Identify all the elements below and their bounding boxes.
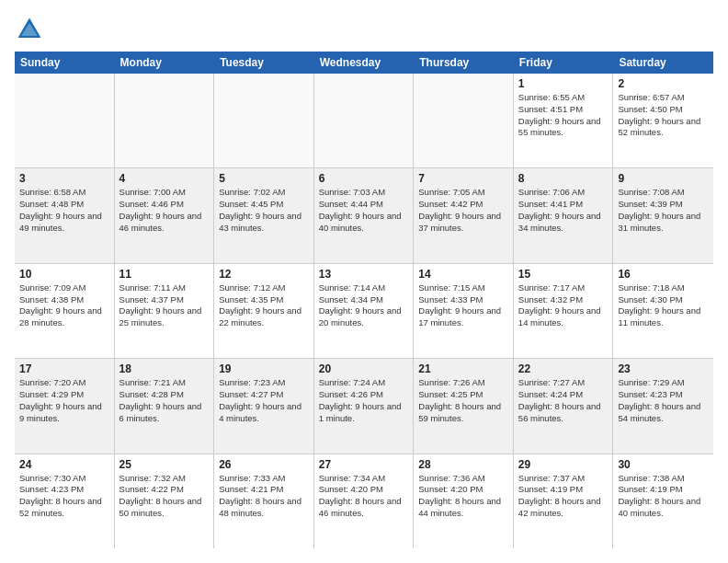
day-info: Sunrise: 7:24 AM Sunset: 4:26 PM Dayligh…: [319, 377, 409, 424]
day-info: Sunrise: 7:26 AM Sunset: 4:25 PM Dayligh…: [418, 377, 508, 424]
header-day-saturday: Saturday: [613, 52, 713, 74]
cal-cell-11: 11Sunrise: 7:11 AM Sunset: 4:37 PM Dayli…: [115, 264, 215, 358]
day-number: 5: [219, 172, 309, 185]
day-number: 17: [19, 362, 109, 375]
cal-cell-9: 9Sunrise: 7:08 AM Sunset: 4:39 PM Daylig…: [613, 168, 713, 262]
header-day-friday: Friday: [514, 52, 614, 74]
day-number: 15: [518, 268, 609, 281]
day-number: 21: [418, 362, 508, 375]
header-day-monday: Monday: [115, 52, 215, 74]
day-number: 27: [319, 458, 409, 471]
day-number: 12: [219, 268, 309, 281]
cal-cell-21: 21Sunrise: 7:26 AM Sunset: 4:25 PM Dayli…: [414, 359, 514, 453]
day-info: Sunrise: 7:15 AM Sunset: 4:33 PM Dayligh…: [418, 282, 508, 329]
header-day-wednesday: Wednesday: [314, 52, 415, 74]
day-info: Sunrise: 7:38 AM Sunset: 4:19 PM Dayligh…: [618, 473, 709, 520]
cal-cell-14: 14Sunrise: 7:15 AM Sunset: 4:33 PM Dayli…: [414, 264, 514, 358]
day-info: Sunrise: 7:27 AM Sunset: 4:24 PM Dayligh…: [518, 377, 609, 424]
cal-cell-22: 22Sunrise: 7:27 AM Sunset: 4:24 PM Dayli…: [514, 359, 614, 453]
cal-cell-empty-0: [15, 74, 115, 167]
cal-cell-27: 27Sunrise: 7:34 AM Sunset: 4:20 PM Dayli…: [314, 454, 415, 548]
cal-cell-1: 1Sunrise: 6:55 AM Sunset: 4:51 PM Daylig…: [514, 74, 614, 167]
day-number: 3: [19, 172, 109, 185]
page-header: [15, 15, 713, 44]
cal-cell-empty-4: [414, 74, 514, 167]
day-info: Sunrise: 7:02 AM Sunset: 4:45 PM Dayligh…: [219, 187, 309, 234]
cal-cell-16: 16Sunrise: 7:18 AM Sunset: 4:30 PM Dayli…: [613, 264, 713, 358]
day-number: 26: [219, 458, 309, 471]
day-number: 14: [418, 268, 508, 281]
day-info: Sunrise: 7:08 AM Sunset: 4:39 PM Dayligh…: [618, 187, 709, 234]
day-info: Sunrise: 7:32 AM Sunset: 4:22 PM Dayligh…: [119, 473, 210, 520]
day-info: Sunrise: 7:03 AM Sunset: 4:44 PM Dayligh…: [319, 187, 409, 234]
day-info: Sunrise: 7:09 AM Sunset: 4:38 PM Dayligh…: [19, 282, 109, 329]
cal-cell-3: 3Sunrise: 6:58 AM Sunset: 4:48 PM Daylig…: [15, 168, 115, 262]
day-number: 11: [119, 268, 210, 281]
cal-cell-20: 20Sunrise: 7:24 AM Sunset: 4:26 PM Dayli…: [314, 359, 415, 453]
week-row-5: 24Sunrise: 7:30 AM Sunset: 4:23 PM Dayli…: [15, 454, 713, 548]
day-info: Sunrise: 7:06 AM Sunset: 4:41 PM Dayligh…: [518, 187, 609, 234]
day-number: 16: [618, 268, 709, 281]
week-row-3: 10Sunrise: 7:09 AM Sunset: 4:38 PM Dayli…: [15, 264, 713, 359]
day-info: Sunrise: 7:34 AM Sunset: 4:20 PM Dayligh…: [319, 473, 409, 520]
cal-cell-empty-1: [115, 74, 215, 167]
day-info: Sunrise: 7:14 AM Sunset: 4:34 PM Dayligh…: [319, 282, 409, 329]
day-info: Sunrise: 7:18 AM Sunset: 4:30 PM Dayligh…: [618, 282, 709, 329]
day-number: 4: [119, 172, 210, 185]
calendar-header: SundayMondayTuesdayWednesdayThursdayFrid…: [15, 52, 713, 74]
day-info: Sunrise: 7:20 AM Sunset: 4:29 PM Dayligh…: [19, 377, 109, 424]
day-number: 7: [418, 172, 508, 185]
header-day-tuesday: Tuesday: [214, 52, 314, 74]
day-info: Sunrise: 7:23 AM Sunset: 4:27 PM Dayligh…: [219, 377, 309, 424]
cal-cell-5: 5Sunrise: 7:02 AM Sunset: 4:45 PM Daylig…: [214, 168, 314, 262]
day-number: 2: [618, 77, 709, 90]
cal-cell-13: 13Sunrise: 7:14 AM Sunset: 4:34 PM Dayli…: [314, 264, 415, 358]
day-info: Sunrise: 7:12 AM Sunset: 4:35 PM Dayligh…: [219, 282, 309, 329]
cal-cell-4: 4Sunrise: 7:00 AM Sunset: 4:46 PM Daylig…: [115, 168, 215, 262]
cal-cell-6: 6Sunrise: 7:03 AM Sunset: 4:44 PM Daylig…: [314, 168, 415, 262]
day-number: 29: [518, 458, 609, 471]
cal-cell-30: 30Sunrise: 7:38 AM Sunset: 4:19 PM Dayli…: [613, 454, 713, 548]
header-day-thursday: Thursday: [414, 52, 514, 74]
day-number: 1: [518, 77, 609, 90]
cal-cell-7: 7Sunrise: 7:05 AM Sunset: 4:42 PM Daylig…: [414, 168, 514, 262]
day-number: 6: [319, 172, 409, 185]
day-info: Sunrise: 7:33 AM Sunset: 4:21 PM Dayligh…: [219, 473, 309, 520]
cal-cell-2: 2Sunrise: 6:57 AM Sunset: 4:50 PM Daylig…: [613, 74, 713, 167]
logo-icon: [15, 15, 44, 44]
day-number: 8: [518, 172, 609, 185]
day-info: Sunrise: 7:05 AM Sunset: 4:42 PM Dayligh…: [418, 187, 508, 234]
day-number: 25: [119, 458, 210, 471]
day-info: Sunrise: 7:36 AM Sunset: 4:20 PM Dayligh…: [418, 473, 508, 520]
cal-cell-18: 18Sunrise: 7:21 AM Sunset: 4:28 PM Dayli…: [115, 359, 215, 453]
calendar: SundayMondayTuesdayWednesdayThursdayFrid…: [15, 52, 713, 548]
day-info: Sunrise: 7:29 AM Sunset: 4:23 PM Dayligh…: [618, 377, 709, 424]
cal-cell-empty-3: [314, 74, 415, 167]
day-number: 23: [618, 362, 709, 375]
day-info: Sunrise: 7:21 AM Sunset: 4:28 PM Dayligh…: [119, 377, 210, 424]
day-number: 19: [219, 362, 309, 375]
cal-cell-15: 15Sunrise: 7:17 AM Sunset: 4:32 PM Dayli…: [514, 264, 614, 358]
cal-cell-24: 24Sunrise: 7:30 AM Sunset: 4:23 PM Dayli…: [15, 454, 115, 548]
cal-cell-10: 10Sunrise: 7:09 AM Sunset: 4:38 PM Dayli…: [15, 264, 115, 358]
day-info: Sunrise: 7:17 AM Sunset: 4:32 PM Dayligh…: [518, 282, 609, 329]
day-info: Sunrise: 7:00 AM Sunset: 4:46 PM Dayligh…: [119, 187, 210, 234]
cal-cell-26: 26Sunrise: 7:33 AM Sunset: 4:21 PM Dayli…: [214, 454, 314, 548]
day-info: Sunrise: 6:58 AM Sunset: 4:48 PM Dayligh…: [19, 187, 109, 234]
cal-cell-17: 17Sunrise: 7:20 AM Sunset: 4:29 PM Dayli…: [15, 359, 115, 453]
cal-cell-12: 12Sunrise: 7:12 AM Sunset: 4:35 PM Dayli…: [214, 264, 314, 358]
day-number: 30: [618, 458, 709, 471]
calendar-body: 1Sunrise: 6:55 AM Sunset: 4:51 PM Daylig…: [15, 74, 713, 548]
day-number: 24: [19, 458, 109, 471]
week-row-2: 3Sunrise: 6:58 AM Sunset: 4:48 PM Daylig…: [15, 168, 713, 263]
day-info: Sunrise: 7:30 AM Sunset: 4:23 PM Dayligh…: [19, 473, 109, 520]
cal-cell-29: 29Sunrise: 7:37 AM Sunset: 4:19 PM Dayli…: [514, 454, 614, 548]
week-row-4: 17Sunrise: 7:20 AM Sunset: 4:29 PM Dayli…: [15, 359, 713, 454]
cal-cell-8: 8Sunrise: 7:06 AM Sunset: 4:41 PM Daylig…: [514, 168, 614, 262]
day-info: Sunrise: 6:55 AM Sunset: 4:51 PM Dayligh…: [518, 92, 609, 139]
day-number: 20: [319, 362, 409, 375]
header-day-sunday: Sunday: [15, 52, 115, 74]
day-number: 18: [119, 362, 210, 375]
day-number: 13: [319, 268, 409, 281]
cal-cell-25: 25Sunrise: 7:32 AM Sunset: 4:22 PM Dayli…: [115, 454, 215, 548]
